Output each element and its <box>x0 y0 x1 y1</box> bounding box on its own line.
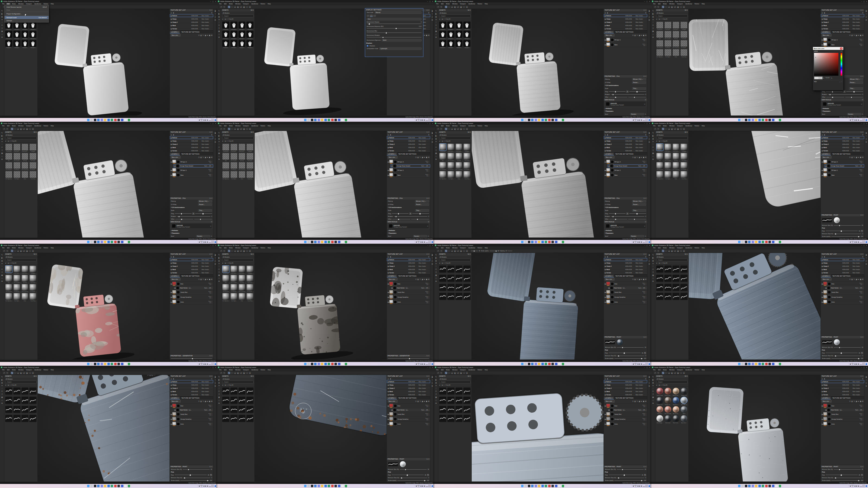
taskbar-edge-browser[interactable] <box>324 241 327 243</box>
side-tool-0[interactable]: ✎ <box>218 254 220 256</box>
side-tool-0[interactable]: ✎ <box>435 376 437 378</box>
asset-thumbnail[interactable]: Handprint <box>222 31 229 39</box>
taskbar-app-black[interactable] <box>335 241 337 243</box>
remove-resource-icon[interactable]: ✕ <box>210 225 211 227</box>
menu-edit[interactable]: Edit <box>440 247 444 249</box>
asset-thumbnail[interactable]: Dirt Soft F... <box>246 284 254 293</box>
fill-layer-icon[interactable]: ◪ <box>639 279 640 280</box>
menu-mode[interactable]: Mode <box>662 247 668 249</box>
visibility-eye-icon[interactable]: ◉ <box>604 147 606 148</box>
delete-layer-icon[interactable]: ⊟ <box>211 34 212 36</box>
filter-icon-3[interactable]: ◑ <box>443 384 444 386</box>
menu-mode[interactable]: Mode <box>445 369 451 370</box>
channel-select[interactable]: Base color ⌄ <box>822 400 832 402</box>
visibility-eye-icon[interactable]: ◉ <box>388 387 389 389</box>
visibility-eye-icon[interactable]: ◉ <box>170 150 172 152</box>
maximize-button[interactable]: ▢ <box>646 123 648 124</box>
filter-icon-5[interactable]: ⚙ <box>446 140 447 142</box>
filter-icon-0[interactable]: ● <box>439 384 440 386</box>
texture-set-row[interactable]: ◉Metal4096x4096Main shader <box>821 268 864 271</box>
list-options-icon[interactable]: ☰ <box>862 378 863 380</box>
side-tool-5[interactable]: ✛ <box>435 268 437 270</box>
visibility-eye-icon[interactable]: ◉ <box>609 165 610 167</box>
display-settings-icon[interactable]: ▣ <box>866 132 867 134</box>
display-settings-icon[interactable]: ▣ <box>432 254 433 256</box>
toolbar-tool-9[interactable]: ⊞ <box>249 372 251 374</box>
paint-layer-icon[interactable]: ✎ <box>854 400 855 402</box>
taskbar-app-red[interactable] <box>114 241 117 243</box>
visibility-eye-icon[interactable]: ◉ <box>388 169 389 171</box>
paint-layer-icon[interactable]: ✎ <box>637 400 638 402</box>
assets-search-input[interactable]: ⌕Search <box>439 381 471 383</box>
texture-set-row[interactable]: ◉Clamp4096x4096Main shader <box>604 383 647 387</box>
asset-thumbnail[interactable]: Handprint <box>239 22 246 30</box>
panel-buttons[interactable]: ⧉ ✕ <box>426 131 429 133</box>
toolbar-tool-7[interactable]: ▦ <box>677 250 679 252</box>
channel-select[interactable]: Base color ⌄ <box>604 34 615 37</box>
filter-icon-1[interactable]: ◔ <box>223 262 224 264</box>
environment-tab[interactable] <box>367 14 369 17</box>
list-options-icon[interactable]: ☰ <box>428 378 429 380</box>
tab-layers[interactable]: LAYERS ✕ <box>170 397 180 399</box>
close-button[interactable]: ✕ <box>432 366 433 368</box>
asset-thumbnail[interactable]: Cavity Rust <box>222 143 229 152</box>
taskbar-substance-painter[interactable] <box>562 485 564 487</box>
asset-thumbnail[interactable]: Handprint <box>463 40 471 48</box>
visibility-eye-icon[interactable]: ◉ <box>822 147 823 148</box>
asset-thumbnail[interactable]: Dirt Cavities <box>13 153 21 161</box>
folder-icon[interactable]: ▣ <box>209 400 210 402</box>
add-effect-icon[interactable]: ▥ <box>200 156 202 158</box>
taskbar-app-violet[interactable] <box>752 119 754 121</box>
language-indicator[interactable]: ENGUS <box>200 485 203 487</box>
minimize-button[interactable]: – <box>861 123 862 124</box>
texture-set-row[interactable]: ◉Metal4096x4096Main shader <box>170 146 213 149</box>
side-tool-3[interactable]: ● <box>653 19 654 20</box>
menu-viewport[interactable]: Viewport <box>242 125 250 127</box>
eye-icon[interactable]: ◎ <box>170 378 172 380</box>
visibility-eye-icon[interactable]: ◉ <box>604 150 606 152</box>
toolbar-tool-9[interactable]: ⊞ <box>683 250 685 252</box>
filter-icon-3[interactable]: ◑ <box>660 262 661 264</box>
minimize-button[interactable]: – <box>644 366 645 368</box>
menu-window[interactable]: Window <box>668 369 676 370</box>
menu-window[interactable]: Window <box>234 3 242 5</box>
panel-buttons[interactable]: ☰ <box>428 221 429 223</box>
offset-slider-v[interactable] <box>411 218 429 220</box>
visibility-eye-icon[interactable]: ◉ <box>388 265 389 267</box>
pick-material-icon[interactable]: ⚲ <box>632 156 633 158</box>
asset-thumbnail[interactable]: Skin Huma... <box>673 406 680 415</box>
flow-slider[interactable] <box>609 474 641 476</box>
asset-thumbnail[interactable]: Handprint <box>456 31 463 39</box>
asset-thumbnail[interactable] <box>456 387 463 396</box>
taskbar-search[interactable] <box>741 363 744 365</box>
channel-select[interactable]: Base color ⌄ <box>170 34 181 37</box>
texture-set-row[interactable]: ◉Clamp 24096x4096Main shader <box>604 142 647 146</box>
toolbar-tool-9[interactable]: ⊞ <box>249 6 251 8</box>
maximize-button[interactable]: ▢ <box>646 1 648 2</box>
channel-select[interactable]: Base color ⌄ <box>604 278 615 281</box>
side-tool-4[interactable]: ○ <box>2 22 3 23</box>
tray-chevron-icon[interactable]: ^ <box>848 241 849 242</box>
add-effect-icon[interactable]: ▥ <box>851 156 853 158</box>
assets-search-input[interactable]: ⌕Search <box>656 381 688 383</box>
close-button[interactable]: ✕ <box>215 123 216 124</box>
assets-header-icons[interactable]: ⧉ ✕ <box>34 253 37 255</box>
grayscale-resource[interactable]: grayscaleGrunge Dusty Scratch✕ <box>171 223 212 229</box>
asset-thumbnail[interactable] <box>680 293 688 301</box>
side-tool-5[interactable]: ✛ <box>218 24 220 26</box>
filter-icon-0[interactable]: ● <box>656 18 657 20</box>
menu-edit[interactable]: Edit <box>657 247 661 249</box>
asset-thumbnail[interactable]: Dust <box>22 171 29 180</box>
offset-slider-v[interactable] <box>845 96 863 98</box>
toolbar-tool-0[interactable]: ↶ <box>437 6 439 8</box>
maximize-button[interactable]: ▢ <box>429 245 431 246</box>
filter-icon-4[interactable]: / <box>10 262 11 264</box>
menu-python[interactable]: Python <box>476 369 484 370</box>
taskbar-app-teal[interactable] <box>762 119 764 121</box>
menu-javascript[interactable]: JavaScript <box>467 125 476 127</box>
side-tool-8[interactable]: ◇ <box>1 155 3 157</box>
filter-icon-6[interactable]: ▤ <box>664 18 665 20</box>
lock-icon[interactable]: ⚿ <box>192 213 194 215</box>
mask-effect-row[interactable]: ◉Grunge Dusty ScratchNorm ⌄ 100 ⌄ <box>174 164 213 168</box>
side-tool-0[interactable]: ✎ <box>218 10 220 12</box>
